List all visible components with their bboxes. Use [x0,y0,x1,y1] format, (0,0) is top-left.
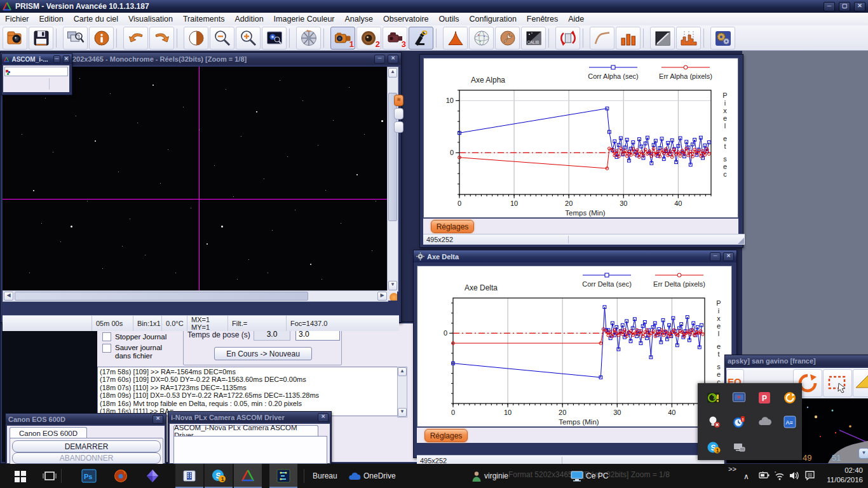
toolbar-camcorder-button[interactable]: 3 [383,27,407,50]
tray-pushbullet-button[interactable]: P [756,390,773,406]
inova-close-button[interactable]: ✕ [318,413,329,422]
tray-connected-devices-button[interactable] [731,439,747,456]
edge-button-orange[interactable]: ≋ [394,95,403,106]
menu-fichier[interactable]: Fichier [0,13,34,25]
toolbar-statistics-bars-button[interactable] [616,27,641,50]
ascom-field[interactable] [4,67,68,76]
edge-button-2[interactable] [394,121,403,133]
toolbar-zoom-in-button[interactable] [236,27,261,50]
battery-icon[interactable] [759,471,770,480]
toolbar-filter-matrix-button[interactable] [650,27,675,50]
user-icon[interactable] [471,471,482,482]
menu-observatoire[interactable]: Observatoire [378,13,434,25]
delta-minimize-button[interactable]: ─ [710,252,721,261]
canon-close-button[interactable]: ✕ [153,415,163,424]
clock-date[interactable]: 11/06/2016 [815,476,863,484]
taskbar-photoshop-button[interactable]: Ps [75,464,103,488]
menu-analyse[interactable]: Analyse [340,13,378,25]
ascom-minimize-button[interactable]: ─ [53,55,60,63]
tray-expand-icon[interactable]: ∧ [743,472,749,481]
toolbar-gears-automation-button[interactable] [710,27,735,50]
toolbar-redo-button[interactable] [149,27,174,50]
toolbar-save-button[interactable] [29,27,53,50]
taskbar-video-app-button[interactable] [175,464,203,488]
inova-titlebar[interactable]: i-Nova PLx Camera ASCOM Driver ✕ [168,412,331,423]
taskbar-task-view-button[interactable] [36,464,64,488]
stop-journal-checkbox[interactable] [102,332,111,341]
taskbar-firefox-button[interactable] [107,464,135,488]
overflow-chevron[interactable]: >> [728,465,736,473]
toolbar-camera-1-button[interactable]: 1 [330,27,355,50]
close-button[interactable]: ✕ [854,2,865,11]
tray-alarm-alert-button[interactable]: ! [731,414,747,430]
edge-button-1[interactable] [394,108,403,119]
toolbar-info-button[interactable] [89,27,114,50]
ascom-close-button[interactable]: ✕ [63,55,70,63]
toolbar-preview-screen-button[interactable] [262,27,287,50]
ascom-titlebar[interactable]: ASCOM_i-... ─ ✕ [2,54,72,64]
axe-delta-titlebar[interactable]: Axe Delta ─ ✕ [414,250,736,262]
toolbar-celestial-sphere-button[interactable] [469,27,494,50]
notification-icon[interactable] [804,471,815,480]
transfer-button[interactable]: En Cours -> Nouveau [214,347,312,360]
minimize-button[interactable]: ─ [824,2,835,11]
menu-traitements[interactable]: Traitements [178,13,230,25]
tray-onedrive-cloud-button[interactable] [756,414,773,430]
pc-icon[interactable] [571,471,583,482]
protractor-button[interactable] [853,369,868,397]
taskbar-prism-button[interactable] [234,464,262,488]
taskbar-editor-button[interactable] [269,464,297,488]
toolbar-telescope-button[interactable] [409,27,433,50]
menu-carte-du-ciel[interactable]: Carte du ciel [69,13,123,25]
toolbar-open-image-button[interactable] [3,27,27,50]
toolbar-response-curve-button[interactable] [590,27,614,50]
toolbar-camera-lens-button[interactable]: 2 [356,27,381,50]
abandonner-button[interactable]: ABANDONNER [12,452,161,464]
canon-titlebar[interactable]: Canon EOS 600D ✕ [6,414,166,424]
toolbar-zoom-out-button[interactable] [210,27,234,50]
select-region-button[interactable] [823,369,852,397]
menu-visualisation[interactable]: Visualisation [123,13,178,25]
menu-imagerie-couleur[interactable]: Imagerie Couleur [269,13,340,25]
guide-log[interactable]: (17m 58s) [109] >> RA=-1564ms DEC=0ms(17… [97,367,407,416]
tray-nvidia-button[interactable] [705,390,722,406]
tray-skype-notification-button[interactable]: S1 [705,439,722,456]
toolbar-handle[interactable] [304,469,304,483]
menu-fen-tres[interactable]: Fenêtres [522,13,563,25]
tray-update-orange-button[interactable] [782,390,798,406]
onedrive-icon[interactable] [348,471,361,481]
toolbar-threshold-button[interactable] [184,27,208,50]
delta-close-button[interactable]: ✕ [723,252,734,261]
taskbar-start-button[interactable] [6,464,34,488]
taskbar-skype-button[interactable]: S1 [205,464,233,488]
tray-translator-button[interactable]: A≡ [782,414,798,430]
skychart-scroll-button[interactable]: ▼ [858,448,868,459]
onedrive-label[interactable]: OneDrive [363,471,396,480]
starfield-image[interactable] [3,67,387,290]
tray-bulb-disabled-button[interactable] [705,414,722,430]
log-scrollbar[interactable]: ▲ ▼ [397,367,407,417]
toolbar-calibration-button[interactable]: CALIB [521,27,546,50]
menu-edition[interactable]: Edition [34,13,69,25]
menu-outils[interactable]: Outils [434,13,465,25]
toolbar-peak-3d-button[interactable] [443,27,468,50]
tray-display-settings-button[interactable] [731,390,747,406]
skychart-titlebar[interactable]: apsky] san gavino [france] [725,355,868,367]
menu-addition[interactable]: Addition [229,13,268,25]
demarrer-button[interactable]: DEMARRER [12,440,161,452]
resize-grip[interactable] [738,238,744,244]
canon-tab[interactable]: Canon EOS 600D [10,427,87,438]
maximize-button[interactable]: ▢ [839,2,850,11]
user-label[interactable]: virginie [484,471,508,480]
image-hscrollbar[interactable]: ◀ ▶ [3,290,388,302]
menu-aide[interactable]: Aide [563,13,589,25]
reglages-button-delta[interactable]: Réglages [424,429,468,442]
image-minimize-button[interactable]: ─ [374,55,385,64]
reglages-button-alpha[interactable]: Réglages [431,220,474,233]
pc-label[interactable]: Ce PC [586,471,608,480]
speaker-icon[interactable] [789,471,801,480]
toolbar-undo-button[interactable] [123,27,148,50]
bureau-label[interactable]: Bureau [313,471,337,480]
toolbar-fan-disk-button[interactable] [296,27,321,50]
clock-time[interactable]: 02:40 [824,466,863,474]
